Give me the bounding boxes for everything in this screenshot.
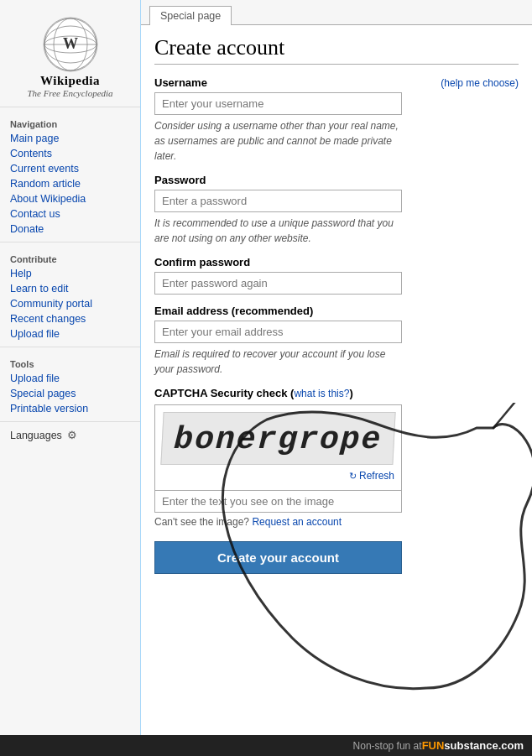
password-group: Password It is recommended to use a uniq… [154,174,519,246]
tools-section: Tools Upload file Special pages Printabl… [0,351,140,418]
gear-icon[interactable]: ⚙ [67,429,77,442]
confirm-password-input[interactable] [154,272,402,295]
email-input[interactable] [154,321,402,343]
username-label: Username [154,76,207,89]
confirm-password-label: Confirm password [154,256,250,269]
create-account-button[interactable]: Create your account [154,541,402,574]
refresh-icon: ↻ [349,471,357,481]
sidebar: W Wikipedia The Free Encyclopedia Naviga… [0,0,141,756]
sidebar-item-special-pages[interactable]: Special pages [0,386,140,401]
cant-see-row: Can't see the image? Request an account [154,513,519,533]
navigation-section: Navigation Main page Contents Current ev… [0,111,140,238]
sidebar-item-contents[interactable]: Contents [0,146,140,161]
sidebar-item-printable-version[interactable]: Printable version [0,401,140,416]
captcha-help-link[interactable]: what is this? [294,388,349,399]
password-label: Password [154,174,206,186]
footer-brand: FUN [422,739,445,752]
username-hint: Consider using a username other than you… [154,118,402,164]
contribute-title: Contribute [0,251,140,266]
captcha-section: CAPTCHA Security check (what is this?) b… [154,387,519,533]
languages-label: Languages [10,430,62,441]
main-content: Special page Create account Username (he… [141,0,532,756]
tab-bar: Special page [141,0,532,25]
username-help-link[interactable]: (help me choose) [441,77,519,89]
wikipedia-wordmark: Wikipedia [0,74,140,88]
sidebar-item-help[interactable]: Help [0,266,140,281]
captcha-title: CAPTCHA Security check (what is this?) [154,387,519,399]
tools-title: Tools [0,356,140,371]
sidebar-item-main-page[interactable]: Main page [0,131,140,146]
footer-prefix: Non-stop fun at [353,740,422,752]
sidebar-item-community-portal[interactable]: Community portal [0,296,140,311]
email-hint: Email is required to recover your accoun… [154,347,402,377]
confirm-password-group: Confirm password [154,256,519,295]
captcha-refresh-row: ↻ Refresh [162,468,394,483]
captcha-input[interactable] [154,491,402,513]
footer-domain: substance.com [444,739,524,752]
navigation-title: Navigation [0,116,140,131]
sidebar-item-learn-to-edit[interactable]: Learn to edit [0,281,140,296]
site-logo[interactable]: W Wikipedia The Free Encyclopedia [0,7,140,103]
languages-row: Languages ⚙ [0,425,140,446]
contribute-section: Contribute Help Learn to edit Community … [0,246,140,343]
password-input[interactable] [154,190,402,212]
email-group: Email address (recommended) Email is req… [154,305,519,377]
email-label: Email address (recommended) [154,305,313,317]
request-account-link[interactable]: Request an account [252,516,342,528]
sidebar-item-donate[interactable]: Donate [0,222,140,237]
captcha-refresh-link[interactable]: Refresh [359,470,394,482]
password-hint: It is recommended to use a unique passwo… [154,216,402,246]
sidebar-item-tools-upload-file[interactable]: Upload file [0,371,140,386]
sidebar-item-contact-us[interactable]: Contact us [0,206,140,222]
username-group: Username (help me choose) Consider using… [154,76,519,164]
special-page-tab[interactable]: Special page [149,6,232,25]
username-input[interactable] [154,92,402,115]
svg-text:W: W [63,35,78,52]
content-area: Create account Username (help me choose)… [141,25,532,591]
sidebar-item-upload-file[interactable]: Upload file [0,326,140,342]
wikipedia-tagline: The Free Encyclopedia [0,88,140,98]
page-title: Create account [154,35,519,65]
captcha-image-box: bonergrope ↻ Refresh [154,404,402,491]
sidebar-item-recent-changes[interactable]: Recent changes [0,311,140,326]
sidebar-item-random-article[interactable]: Random article [0,176,140,191]
captcha-image-text: bonergrope [160,412,395,465]
funsubstance-footer: Non-stop fun at FUN substance.com [0,735,532,756]
sidebar-item-about-wikipedia[interactable]: About Wikipedia [0,191,140,206]
sidebar-item-current-events[interactable]: Current events [0,161,140,176]
